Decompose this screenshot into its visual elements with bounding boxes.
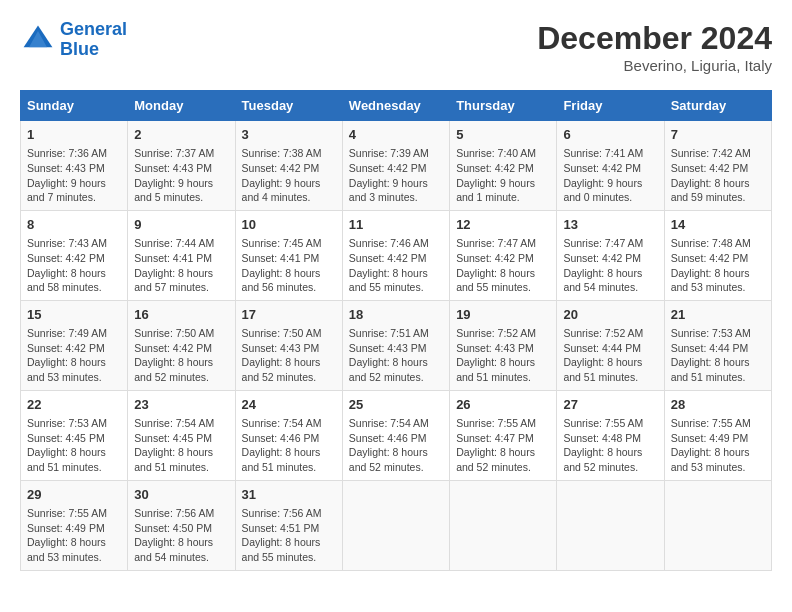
day-info: Sunrise: 7:45 AM Sunset: 4:41 PM Dayligh… (242, 236, 336, 295)
day-number: 9 (134, 216, 228, 234)
day-info: Sunrise: 7:50 AM Sunset: 4:42 PM Dayligh… (134, 326, 228, 385)
day-number: 20 (563, 306, 657, 324)
day-info: Sunrise: 7:42 AM Sunset: 4:42 PM Dayligh… (671, 146, 765, 205)
calendar-cell: 25Sunrise: 7:54 AM Sunset: 4:46 PM Dayli… (342, 390, 449, 480)
calendar-cell (664, 480, 771, 570)
day-number: 29 (27, 486, 121, 504)
day-number: 7 (671, 126, 765, 144)
day-info: Sunrise: 7:55 AM Sunset: 4:47 PM Dayligh… (456, 416, 550, 475)
day-info: Sunrise: 7:43 AM Sunset: 4:42 PM Dayligh… (27, 236, 121, 295)
calendar-cell: 23Sunrise: 7:54 AM Sunset: 4:45 PM Dayli… (128, 390, 235, 480)
day-info: Sunrise: 7:50 AM Sunset: 4:43 PM Dayligh… (242, 326, 336, 385)
day-info: Sunrise: 7:44 AM Sunset: 4:41 PM Dayligh… (134, 236, 228, 295)
day-info: Sunrise: 7:48 AM Sunset: 4:42 PM Dayligh… (671, 236, 765, 295)
calendar-cell: 27Sunrise: 7:55 AM Sunset: 4:48 PM Dayli… (557, 390, 664, 480)
calendar-cell: 9Sunrise: 7:44 AM Sunset: 4:41 PM Daylig… (128, 210, 235, 300)
day-number: 31 (242, 486, 336, 504)
day-number: 17 (242, 306, 336, 324)
calendar-cell: 3Sunrise: 7:38 AM Sunset: 4:42 PM Daylig… (235, 121, 342, 211)
calendar-cell: 26Sunrise: 7:55 AM Sunset: 4:47 PM Dayli… (450, 390, 557, 480)
day-number: 30 (134, 486, 228, 504)
day-info: Sunrise: 7:36 AM Sunset: 4:43 PM Dayligh… (27, 146, 121, 205)
day-number: 18 (349, 306, 443, 324)
day-number: 21 (671, 306, 765, 324)
day-info: Sunrise: 7:53 AM Sunset: 4:45 PM Dayligh… (27, 416, 121, 475)
logo-icon (20, 22, 56, 58)
calendar-cell: 7Sunrise: 7:42 AM Sunset: 4:42 PM Daylig… (664, 121, 771, 211)
day-info: Sunrise: 7:54 AM Sunset: 4:45 PM Dayligh… (134, 416, 228, 475)
weekday-header-thursday: Thursday (450, 91, 557, 121)
day-info: Sunrise: 7:55 AM Sunset: 4:49 PM Dayligh… (671, 416, 765, 475)
calendar-table: SundayMondayTuesdayWednesdayThursdayFrid… (20, 90, 772, 571)
day-number: 10 (242, 216, 336, 234)
day-info: Sunrise: 7:53 AM Sunset: 4:44 PM Dayligh… (671, 326, 765, 385)
day-number: 25 (349, 396, 443, 414)
calendar-cell: 1Sunrise: 7:36 AM Sunset: 4:43 PM Daylig… (21, 121, 128, 211)
calendar-cell: 31Sunrise: 7:56 AM Sunset: 4:51 PM Dayli… (235, 480, 342, 570)
logo: GeneralBlue (20, 20, 127, 60)
weekday-header-sunday: Sunday (21, 91, 128, 121)
day-number: 24 (242, 396, 336, 414)
calendar-cell: 18Sunrise: 7:51 AM Sunset: 4:43 PM Dayli… (342, 300, 449, 390)
day-number: 2 (134, 126, 228, 144)
title-block: December 2024 Beverino, Liguria, Italy (537, 20, 772, 74)
logo-text: GeneralBlue (60, 20, 127, 60)
day-info: Sunrise: 7:47 AM Sunset: 4:42 PM Dayligh… (456, 236, 550, 295)
calendar-cell: 8Sunrise: 7:43 AM Sunset: 4:42 PM Daylig… (21, 210, 128, 300)
calendar-cell: 13Sunrise: 7:47 AM Sunset: 4:42 PM Dayli… (557, 210, 664, 300)
day-info: Sunrise: 7:37 AM Sunset: 4:43 PM Dayligh… (134, 146, 228, 205)
day-number: 26 (456, 396, 550, 414)
day-info: Sunrise: 7:39 AM Sunset: 4:42 PM Dayligh… (349, 146, 443, 205)
calendar-cell: 20Sunrise: 7:52 AM Sunset: 4:44 PM Dayli… (557, 300, 664, 390)
location-subtitle: Beverino, Liguria, Italy (537, 57, 772, 74)
calendar-cell: 15Sunrise: 7:49 AM Sunset: 4:42 PM Dayli… (21, 300, 128, 390)
day-number: 12 (456, 216, 550, 234)
day-number: 13 (563, 216, 657, 234)
day-info: Sunrise: 7:40 AM Sunset: 4:42 PM Dayligh… (456, 146, 550, 205)
calendar-cell: 17Sunrise: 7:50 AM Sunset: 4:43 PM Dayli… (235, 300, 342, 390)
day-number: 6 (563, 126, 657, 144)
calendar-cell: 10Sunrise: 7:45 AM Sunset: 4:41 PM Dayli… (235, 210, 342, 300)
day-number: 15 (27, 306, 121, 324)
calendar-cell (557, 480, 664, 570)
day-info: Sunrise: 7:41 AM Sunset: 4:42 PM Dayligh… (563, 146, 657, 205)
calendar-cell: 30Sunrise: 7:56 AM Sunset: 4:50 PM Dayli… (128, 480, 235, 570)
day-info: Sunrise: 7:54 AM Sunset: 4:46 PM Dayligh… (349, 416, 443, 475)
calendar-cell: 24Sunrise: 7:54 AM Sunset: 4:46 PM Dayli… (235, 390, 342, 480)
calendar-cell (342, 480, 449, 570)
month-title: December 2024 (537, 20, 772, 57)
day-info: Sunrise: 7:56 AM Sunset: 4:51 PM Dayligh… (242, 506, 336, 565)
day-number: 1 (27, 126, 121, 144)
day-number: 4 (349, 126, 443, 144)
calendar-cell: 19Sunrise: 7:52 AM Sunset: 4:43 PM Dayli… (450, 300, 557, 390)
weekday-header-saturday: Saturday (664, 91, 771, 121)
day-info: Sunrise: 7:55 AM Sunset: 4:49 PM Dayligh… (27, 506, 121, 565)
day-info: Sunrise: 7:38 AM Sunset: 4:42 PM Dayligh… (242, 146, 336, 205)
weekday-header-tuesday: Tuesday (235, 91, 342, 121)
calendar-cell: 12Sunrise: 7:47 AM Sunset: 4:42 PM Dayli… (450, 210, 557, 300)
weekday-header-monday: Monday (128, 91, 235, 121)
day-info: Sunrise: 7:47 AM Sunset: 4:42 PM Dayligh… (563, 236, 657, 295)
day-number: 19 (456, 306, 550, 324)
day-number: 3 (242, 126, 336, 144)
calendar-cell (450, 480, 557, 570)
calendar-cell: 21Sunrise: 7:53 AM Sunset: 4:44 PM Dayli… (664, 300, 771, 390)
weekday-header-wednesday: Wednesday (342, 91, 449, 121)
calendar-cell: 6Sunrise: 7:41 AM Sunset: 4:42 PM Daylig… (557, 121, 664, 211)
day-number: 5 (456, 126, 550, 144)
day-number: 22 (27, 396, 121, 414)
day-info: Sunrise: 7:55 AM Sunset: 4:48 PM Dayligh… (563, 416, 657, 475)
weekday-header-friday: Friday (557, 91, 664, 121)
day-number: 11 (349, 216, 443, 234)
day-info: Sunrise: 7:51 AM Sunset: 4:43 PM Dayligh… (349, 326, 443, 385)
day-number: 16 (134, 306, 228, 324)
day-number: 27 (563, 396, 657, 414)
calendar-cell: 4Sunrise: 7:39 AM Sunset: 4:42 PM Daylig… (342, 121, 449, 211)
calendar-cell: 5Sunrise: 7:40 AM Sunset: 4:42 PM Daylig… (450, 121, 557, 211)
calendar-cell: 14Sunrise: 7:48 AM Sunset: 4:42 PM Dayli… (664, 210, 771, 300)
calendar-cell: 29Sunrise: 7:55 AM Sunset: 4:49 PM Dayli… (21, 480, 128, 570)
day-number: 28 (671, 396, 765, 414)
calendar-cell: 28Sunrise: 7:55 AM Sunset: 4:49 PM Dayli… (664, 390, 771, 480)
day-info: Sunrise: 7:46 AM Sunset: 4:42 PM Dayligh… (349, 236, 443, 295)
calendar-cell: 22Sunrise: 7:53 AM Sunset: 4:45 PM Dayli… (21, 390, 128, 480)
